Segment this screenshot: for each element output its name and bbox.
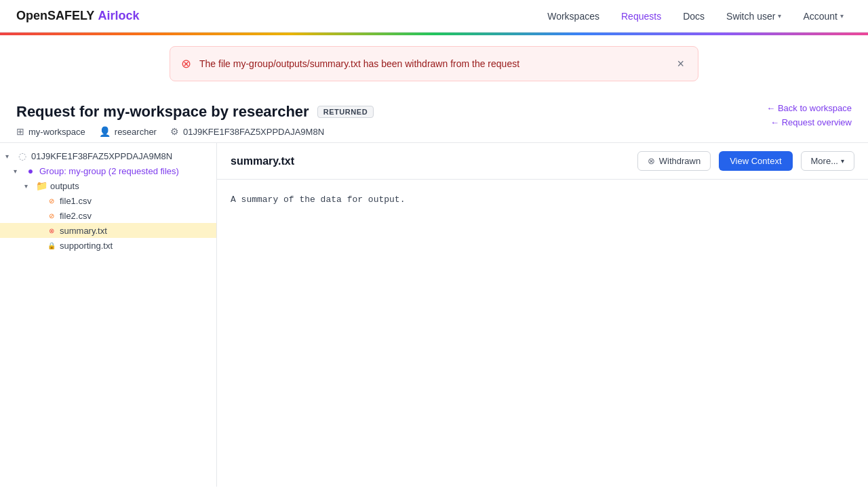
file-body: A summary of the data for output. xyxy=(217,180,868,221)
file2-status-icon: ⊘ xyxy=(46,210,57,221)
group-label: Group: my-group (2 requested files) xyxy=(39,166,211,176)
main-header: Request for my-workspace by researcher R… xyxy=(0,92,868,142)
page-title: Request for my-workspace by researcher R… xyxy=(16,103,374,121)
folder-label: outputs xyxy=(50,181,211,191)
more-label: More... xyxy=(811,156,838,166)
supporting-label: supporting.txt xyxy=(60,241,211,251)
nav-links: Workspaces Requests Docs Switch user ▾ A… xyxy=(539,7,852,26)
tree-file-file1[interactable]: ⊘ file1.csv xyxy=(0,193,216,208)
tree-folder[interactable]: ▾ 📁 outputs xyxy=(0,178,216,193)
supporting-status-icon: 🔒 xyxy=(46,240,57,251)
file-content-panel: summary.txt ⊗ Withdrawn View Context Mor… xyxy=(217,143,868,487)
workspace-label: my-workspace xyxy=(28,127,85,137)
group-chevron-icon: ▾ xyxy=(14,167,22,175)
request-id-label: 01J9KFE1F38FAZ5XPPDAJA9M8N xyxy=(183,127,324,137)
tree-file-file2[interactable]: ⊘ file2.csv xyxy=(0,208,216,223)
workspace-icon: ⊞ xyxy=(16,126,24,137)
file1-label: file1.csv xyxy=(60,196,211,206)
nav-docs[interactable]: Docs xyxy=(675,7,713,26)
more-chevron-icon: ▾ xyxy=(841,157,844,165)
page-title-area: Request for my-workspace by researcher R… xyxy=(16,103,374,137)
alert-close-button[interactable]: × xyxy=(674,57,687,71)
meta-researcher: 👤 researcher xyxy=(99,126,157,137)
back-to-workspace-link[interactable]: ← Back to workspace xyxy=(766,103,852,113)
account-chevron-icon: ▾ xyxy=(840,12,844,20)
alert-container: ⊗ The file my-group/outputs/summary.txt … xyxy=(0,35,868,92)
group-icon: ● xyxy=(24,165,37,176)
request-id-icon: ⚙ xyxy=(170,126,179,137)
brand-airlock: Airlock xyxy=(98,9,139,23)
account-label: Account xyxy=(803,11,837,22)
nav-switch-user[interactable]: Switch user ▾ xyxy=(718,7,789,26)
navbar: OpenSAFELY Airlock Workspaces Requests D… xyxy=(0,0,868,33)
header-actions: ← Back to workspace ← Request overview xyxy=(766,103,852,127)
alert-banner: ⊗ The file my-group/outputs/summary.txt … xyxy=(170,46,698,81)
withdrawn-icon: ⊗ xyxy=(648,156,655,166)
switch-user-chevron-icon: ▾ xyxy=(778,12,781,20)
researcher-icon: 👤 xyxy=(99,126,111,137)
folder-icon: 📁 xyxy=(35,180,47,191)
request-overview-link[interactable]: ← Request overview xyxy=(770,117,852,127)
brand-safely: SAFELY xyxy=(47,9,94,23)
tree-file-summary[interactable]: ⊗ summary.txt xyxy=(0,223,216,238)
alert-message: The file my-group/outputs/summary.txt ha… xyxy=(199,58,666,69)
summary-status-icon: ⊗ xyxy=(46,225,57,236)
root-chevron-icon: ▾ xyxy=(5,152,14,160)
tree-file-supporting[interactable]: 🔒 supporting.txt xyxy=(0,238,216,253)
sidebar: ▾ ◌ 01J9KFE1F38FAZ5XPPDAJA9M8N ▾ ● Group… xyxy=(0,143,217,487)
file1-status-icon: ⊘ xyxy=(46,195,57,206)
switch-user-label: Switch user xyxy=(726,11,775,22)
summary-label: summary.txt xyxy=(60,226,211,236)
meta-row: ⊞ my-workspace 👤 researcher ⚙ 01J9KFE1F3… xyxy=(16,126,374,137)
root-label: 01J9KFE1F38FAZ5XPPDAJA9M8N xyxy=(31,151,211,161)
nav-account[interactable]: Account ▾ xyxy=(795,7,852,26)
root-spinner-icon: ◌ xyxy=(16,150,28,161)
researcher-label: researcher xyxy=(115,127,157,137)
brand-logo[interactable]: OpenSAFELY Airlock xyxy=(16,9,139,23)
withdrawn-button[interactable]: ⊗ Withdrawn xyxy=(637,151,711,171)
view-context-button[interactable]: View Context xyxy=(719,151,792,171)
alert-error-icon: ⊗ xyxy=(181,56,191,71)
withdrawn-label: Withdrawn xyxy=(659,156,701,166)
tree-group[interactable]: ▾ ● Group: my-group (2 requested files) xyxy=(0,163,216,178)
tree-root[interactable]: ▾ ◌ 01J9KFE1F38FAZ5XPPDAJA9M8N xyxy=(0,148,216,163)
brand-open: Open xyxy=(16,9,47,23)
nav-requests[interactable]: Requests xyxy=(613,7,669,26)
nav-workspaces[interactable]: Workspaces xyxy=(539,7,608,26)
file2-label: file2.csv xyxy=(60,211,211,221)
meta-request-id: ⚙ 01J9KFE1F38FAZ5XPPDAJA9M8N xyxy=(170,126,324,137)
folder-chevron-icon: ▾ xyxy=(24,182,33,190)
meta-workspace: ⊞ my-workspace xyxy=(16,126,85,137)
page-title-text: Request for my-workspace by researcher xyxy=(16,103,309,121)
file-header: summary.txt ⊗ Withdrawn View Context Mor… xyxy=(217,143,868,180)
status-badge: RETURNED xyxy=(317,106,374,118)
more-button[interactable]: More... ▾ xyxy=(801,151,854,171)
content-area: ▾ ◌ 01J9KFE1F38FAZ5XPPDAJA9M8N ▾ ● Group… xyxy=(0,142,868,487)
file-name: summary.txt xyxy=(231,155,629,167)
file-content-text: A summary of the data for output. xyxy=(231,195,405,205)
